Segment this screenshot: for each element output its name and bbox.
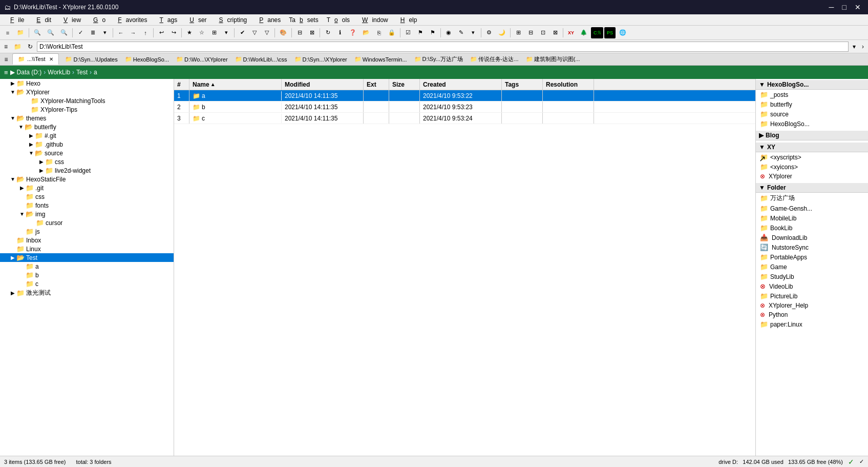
breadcrumb-part-test[interactable]: Test bbox=[76, 69, 88, 76]
toolbar-copy[interactable]: ⊟ bbox=[294, 27, 305, 38]
toolbar-pen-drop[interactable]: ▾ bbox=[468, 27, 479, 38]
toolbar-cmd1[interactable]: C:\\ bbox=[591, 27, 603, 38]
toolbar-search2[interactable]: 🔍 bbox=[45, 27, 57, 38]
tree-item-source[interactable]: ▼ 📂 source bbox=[0, 149, 174, 157]
rp-item-downloadlib[interactable]: 📥 DownloadLib bbox=[756, 233, 868, 242]
tree-toggle-hexo[interactable]: ▶ bbox=[9, 80, 16, 87]
file-row-c[interactable]: 3 📁 c 2021/4/10 14:11:35 2021/4/10 9:53:… bbox=[174, 113, 755, 124]
tree-item-dot-git[interactable]: ▶ 📁 .git bbox=[0, 184, 174, 192]
toolbar-refresh[interactable]: ↻ bbox=[322, 27, 333, 38]
rp-item-source-r[interactable]: 📁 source bbox=[756, 109, 868, 119]
bookmark-3[interactable]: 📁 D:\Wo...\XYplorer bbox=[173, 54, 231, 64]
minimize-button[interactable]: ─ bbox=[826, 3, 837, 11]
toolbar-dropdown[interactable]: ▾ bbox=[99, 27, 111, 38]
tree-toggle-dotgithub[interactable]: ▶ bbox=[28, 141, 35, 148]
toolbar-split[interactable]: ⊠ bbox=[306, 27, 317, 38]
toolbar-copy2[interactable]: ⎘ bbox=[373, 27, 385, 38]
menu-view[interactable]: View bbox=[55, 15, 85, 25]
tree-item-test-c[interactable]: ▶ 📁 c bbox=[0, 279, 174, 288]
rp-item-videolib[interactable]: ⊗ VideoLib bbox=[756, 281, 868, 291]
tree-item-themes[interactable]: ▼ 📂 themes bbox=[0, 114, 174, 123]
rp-header-folder[interactable]: ▼ Folder bbox=[756, 183, 868, 193]
toolbar-list[interactable]: ≣ bbox=[87, 27, 98, 38]
col-header-num[interactable]: # bbox=[174, 79, 189, 90]
addr-refresh[interactable]: ↻ bbox=[26, 43, 35, 50]
toolbar-check2[interactable]: ☑ bbox=[403, 27, 414, 38]
rp-item-xyhelp[interactable]: ⊗ XYplorer_Help bbox=[756, 301, 868, 310]
tree-item-hexo[interactable]: ▶ 📁 Hexo bbox=[0, 79, 174, 88]
rp-collapse-hexoblog[interactable]: ▼ bbox=[759, 81, 765, 88]
toolbar-orb[interactable]: ◉ bbox=[443, 27, 454, 38]
toolbar-tree[interactable]: 🌲 bbox=[578, 27, 590, 38]
toolbar-lock[interactable]: 🔒 bbox=[386, 27, 398, 38]
rp-header-blog[interactable]: ▶ Blog bbox=[756, 131, 868, 140]
rp-item-xyicons[interactable]: 📁 <xyicons> bbox=[756, 162, 868, 172]
breadcrumb-expand[interactable]: ▶ bbox=[10, 69, 15, 76]
tree-item-xyplorer[interactable]: ▼ 📂 XYplorer bbox=[0, 88, 174, 96]
tree-item-img[interactable]: ▼ 📂 img bbox=[0, 210, 174, 218]
addr-arrow[interactable]: › bbox=[860, 43, 866, 50]
bookmark-6[interactable]: 📁 WindowsTermin... bbox=[351, 54, 410, 64]
address-input[interactable] bbox=[37, 42, 849, 52]
addr-folder[interactable]: 📁 bbox=[12, 43, 24, 50]
tree-toggle-test[interactable]: ▶ bbox=[9, 254, 16, 261]
tree-toggle-more[interactable]: ▶ bbox=[9, 290, 16, 297]
rp-header-xy[interactable]: ▼ XY bbox=[756, 143, 868, 152]
rp-item-hexoblogso[interactable]: 📁 HexoBlogSo... bbox=[756, 119, 868, 129]
bookmark-9[interactable]: 📁 建筑制图与识图(... bbox=[523, 54, 583, 65]
menu-panes[interactable]: Panes bbox=[251, 15, 285, 25]
toolbar-globe[interactable]: 🌐 bbox=[617, 27, 629, 38]
toolbar-xy1[interactable]: XY bbox=[565, 27, 577, 38]
tree-item-butterfly[interactable]: ▼ 📂 butterfly bbox=[0, 123, 174, 131]
tree-toggle-img[interactable]: ▼ bbox=[18, 211, 26, 218]
bookmark-1[interactable]: 📁 D:\Syn...\Updates bbox=[62, 54, 120, 64]
toolbar-redo[interactable]: ↪ bbox=[168, 27, 179, 38]
rp-item-paperlinux[interactable]: 📁 paper:Linux bbox=[756, 319, 868, 329]
tree-toggle-hexostatic[interactable]: ▼ bbox=[9, 176, 16, 183]
close-button[interactable]: ✕ bbox=[852, 3, 864, 11]
col-header-created[interactable]: Created bbox=[420, 79, 502, 90]
toolbar-search3[interactable]: 🔍 bbox=[58, 27, 70, 38]
rp-item-xyplorer-r[interactable]: ⊗ XYplorer bbox=[756, 172, 868, 181]
title-bar-controls[interactable]: ─ □ ✕ bbox=[826, 3, 864, 11]
toolbar-moon[interactable]: 🌙 bbox=[496, 27, 508, 38]
bookmark-2[interactable]: 📁 HexoBlogSo... bbox=[122, 54, 172, 64]
toolbar-search1[interactable]: 🔍 bbox=[31, 27, 44, 38]
menu-window[interactable]: Window bbox=[354, 15, 392, 25]
tree-item-css[interactable]: ▶ 📁 css bbox=[0, 157, 174, 166]
tree-item-test-b[interactable]: ▶ 📁 b bbox=[0, 271, 174, 279]
tree-toggle-themes[interactable]: ▼ bbox=[9, 115, 16, 122]
tree-item-cursor[interactable]: ▶ 📁 cursor bbox=[0, 218, 174, 227]
toolbar-filter1[interactable]: ▽ bbox=[249, 27, 260, 38]
toolbar-info[interactable]: ℹ bbox=[334, 27, 346, 38]
toolbar-pen[interactable]: ✎ bbox=[455, 27, 467, 38]
tree-item-hexostatic[interactable]: ▼ 📂 HexoStaticFile bbox=[0, 175, 174, 184]
bookmark-5[interactable]: 📁 D:\Syn...\XYplorer bbox=[291, 54, 350, 64]
toolbar-back[interactable]: ← bbox=[115, 27, 126, 38]
rp-collapse-folder[interactable]: ▼ bbox=[759, 184, 765, 191]
toolbar-grid3[interactable]: ⊡ bbox=[537, 27, 548, 38]
menu-scripting[interactable]: Scripting bbox=[211, 15, 251, 25]
tree-toggle-live2d[interactable]: ▶ bbox=[38, 167, 45, 174]
rp-item-portable[interactable]: 📁 PortableApps bbox=[756, 252, 868, 262]
tree-toggle-source[interactable]: ▼ bbox=[28, 150, 35, 157]
rp-collapse-xy[interactable]: ▼ bbox=[759, 144, 765, 151]
toolbar-star1[interactable]: ★ bbox=[184, 27, 195, 38]
breadcrumb-part-worklib[interactable]: WorkLib bbox=[48, 69, 70, 76]
toolbar-fwd[interactable]: → bbox=[128, 27, 139, 38]
tree-toggle-xyplorer[interactable]: ▼ bbox=[9, 89, 16, 96]
rp-item-studylib[interactable]: 📁 StudyLib bbox=[756, 272, 868, 281]
tree-item-test[interactable]: ▶ 📂 Test bbox=[0, 253, 174, 262]
rp-item-mobilelib[interactable]: 📁 MobileLib bbox=[756, 213, 868, 223]
tree-item-inbox[interactable]: ▶ 📁 Inbox bbox=[0, 236, 174, 245]
tree-item-dotgithub[interactable]: ▶ 📁 .github bbox=[0, 140, 174, 149]
bookmark-8[interactable]: 📁 传说任务-达达... bbox=[467, 54, 522, 65]
toolbar-flag[interactable]: ⚑ bbox=[415, 27, 426, 38]
tree-toggle-dot-git[interactable]: ▶ bbox=[18, 185, 26, 192]
file-row-b[interactable]: 2 📁 b 2021/4/10 14:11:35 2021/4/10 9:53:… bbox=[174, 101, 755, 113]
menu-tools[interactable]: Tools bbox=[323, 15, 354, 25]
tab-sidebar-toggle[interactable]: ≡ bbox=[0, 53, 12, 65]
tree-item-linux[interactable]: ▶ 📁 Linux bbox=[0, 245, 174, 253]
menu-help[interactable]: Help bbox=[392, 15, 421, 25]
breadcrumb-part-a[interactable]: a bbox=[94, 69, 97, 76]
